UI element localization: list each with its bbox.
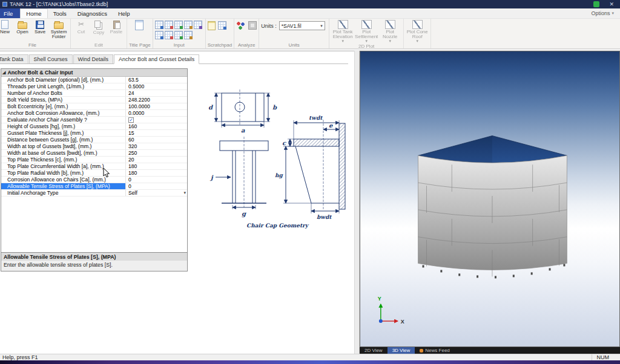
grid-row[interactable]: Corrosion Allowance on Chairs [Ca], (mm.…: [1, 177, 187, 183]
grid-row[interactable]: Anchor Bolt Diameter (optional) [d], (mm…: [1, 77, 187, 83]
grid-row[interactable]: Threads per Unit Length, (1/mm.)0.5000: [1, 83, 187, 90]
grid-row-label[interactable]: Anchor Bolt Diameter (optional) [d], (mm…: [1, 77, 126, 83]
grid-row-label[interactable]: Threads per Unit Length, (1/mm.): [1, 83, 126, 89]
cut-button[interactable]: ✂ Cut: [73, 19, 90, 35]
save-button[interactable]: Save: [31, 19, 48, 35]
grid-row-label[interactable]: Evaluate Anchor Chair Assembly ?: [1, 117, 126, 123]
dropdown-arrow-icon[interactable]: ▾: [183, 190, 186, 196]
grid-row[interactable]: Anchor Bolt Corrosion Allowance, (mm.)0.…: [1, 110, 187, 117]
options-button[interactable]: Options ▾: [591, 8, 620, 18]
grid-row[interactable]: Evaluate Anchor Chair Assembly ?✓: [1, 117, 187, 123]
tab-3d-view[interactable]: 3D View: [388, 347, 415, 354]
grid-row[interactable]: Top Plate Radial Width [b], (mm.)180: [1, 170, 187, 177]
input-tool-icon[interactable]: [184, 31, 193, 39]
ribbon-group-title-page: Title Page: [127, 19, 153, 48]
grid-row[interactable]: Distance between Gussets [g], (mm.)60: [1, 137, 187, 143]
panel-splitter[interactable]: [354, 51, 360, 354]
grid-row-value[interactable]: ✓: [126, 117, 187, 123]
axis-y-label: Y: [378, 296, 381, 302]
doc-tab-shell-courses[interactable]: Shell Courses: [29, 54, 73, 63]
grid-row-value[interactable]: 60: [126, 137, 187, 143]
input-tool-icon[interactable]: [155, 21, 163, 29]
paste-button[interactable]: Paste: [108, 19, 125, 35]
grid-row-label[interactable]: Width at top of Gussets [twdt], (mm.): [1, 143, 126, 149]
tab-tools[interactable]: Tools: [48, 8, 72, 18]
grid-row[interactable]: Width at base of Gussets [bwdt], (mm.)25…: [1, 150, 187, 157]
grid-row-label[interactable]: Bolt Eccentricity [e], (mm.): [1, 103, 126, 109]
grid-row[interactable]: Top Plate Circumferential Width [a], (mm…: [1, 163, 187, 170]
tab-diagnostics[interactable]: Diagnostics: [72, 8, 113, 18]
grid-row[interactable]: Allowable Tensile Stress of Plates [S], …: [1, 183, 187, 190]
grid-row-value[interactable]: 15: [126, 130, 187, 136]
grid-row-value[interactable]: 0: [126, 177, 187, 183]
input-tool-icon[interactable]: [184, 21, 193, 29]
close-icon[interactable]: ✕: [605, 1, 618, 7]
doc-tab-tank-data[interactable]: Tank Data: [0, 54, 28, 63]
input-tool-icon[interactable]: [165, 21, 173, 29]
analyze-settings-icon[interactable]: [248, 21, 257, 30]
grid-row-value[interactable]: 160: [126, 123, 187, 129]
grid-row-label[interactable]: Initial Anchorage Type: [1, 190, 126, 196]
scratchpad-grid-icon[interactable]: [218, 21, 226, 30]
grid-row-label[interactable]: Bolt Yield Stress, (MPA): [1, 97, 126, 103]
plot-tank-elevation-button[interactable]: Plot Tank Elevation ▾: [331, 19, 354, 44]
grid-row[interactable]: Width at top of Gussets [twdt], (mm.)320: [1, 143, 187, 150]
new-button[interactable]: New: [0, 19, 13, 35]
tab-news-feed[interactable]: News Feed: [415, 347, 454, 354]
grid-header[interactable]: ◢ Anchor Bolt & Chair Input: [1, 69, 187, 77]
grid-row-value[interactable]: 250: [126, 150, 187, 156]
grid-row-value[interactable]: 0.0000: [126, 110, 187, 116]
grid-row-label[interactable]: Allowable Tensile Stress of Plates [S], …: [1, 183, 126, 189]
grid-row[interactable]: Gusset Plate Thickness [j], (mm.)15: [1, 130, 187, 137]
units-select[interactable]: *SAV1.fil ▾: [279, 21, 325, 30]
tab-2d-view[interactable]: 2D View: [360, 347, 388, 354]
input-tool-icon[interactable]: [155, 31, 163, 39]
ribbon-group-file: New Open Save System Folder File: [0, 19, 71, 48]
grid-row[interactable]: Bolt Yield Stress, (MPA)248.2200: [1, 97, 187, 103]
grid-row[interactable]: Bolt Eccentricity [e], (mm.)100.0000: [1, 103, 187, 110]
doc-tab-wind-details[interactable]: Wind Details: [73, 54, 114, 63]
grid-row[interactable]: Initial Anchorage TypeSelf▾: [1, 190, 187, 197]
input-tool-icon[interactable]: [174, 21, 183, 29]
grid-row-label[interactable]: Distance between Gussets [g], (mm.): [1, 137, 126, 143]
input-tool-icon[interactable]: [165, 31, 173, 39]
tab-help[interactable]: Help: [113, 8, 136, 18]
grid-row-value[interactable]: 180: [126, 163, 187, 169]
input-tool-icon[interactable]: [174, 31, 183, 39]
grid-row-label[interactable]: Number of Anchor Bolts: [1, 90, 126, 96]
grid-row-value[interactable]: 0: [126, 183, 187, 189]
grid-row-label[interactable]: Gusset Plate Thickness [j], (mm.): [1, 130, 126, 136]
grid-row-value[interactable]: 248.2200: [126, 97, 187, 103]
open-button[interactable]: Open: [14, 19, 31, 35]
grid-row-value[interactable]: 63.5: [126, 77, 187, 83]
plot-nozzle-button[interactable]: Plot Nozzle ▾: [378, 19, 401, 44]
scratchpad-icon[interactable]: [208, 21, 216, 30]
input-tool-icon[interactable]: [194, 21, 202, 29]
grid-row-value[interactable]: 100.0000: [126, 103, 187, 109]
grid-row[interactable]: Height of Gussets [hg], (mm.)160: [1, 123, 187, 130]
grid-row[interactable]: Top Plate Thickness [c], (mm.)20: [1, 157, 187, 163]
grid-row-label[interactable]: Top Plate Thickness [c], (mm.): [1, 157, 126, 163]
grid-row-value[interactable]: 320: [126, 143, 187, 149]
viewport-3d[interactable]: Y X: [360, 51, 620, 347]
grid-row-label[interactable]: Height of Gussets [hg], (mm.): [1, 123, 126, 129]
tab-home[interactable]: Home: [20, 8, 47, 18]
grid-row[interactable]: Number of Anchor Bolts24: [1, 90, 187, 97]
plot-cone-roof-button[interactable]: Plot Cone Roof ▾: [406, 19, 429, 44]
grid-row-label[interactable]: Width at base of Gussets [bwdt], (mm.): [1, 150, 126, 156]
grid-row-value[interactable]: 0.5000: [126, 83, 187, 89]
file-menu-button[interactable]: File: [0, 8, 20, 18]
grid-row-value[interactable]: 180: [126, 170, 187, 176]
checkbox[interactable]: ✓: [128, 117, 134, 123]
copy-button[interactable]: Copy: [90, 19, 107, 36]
doc-tab-anchor-bolt[interactable]: Anchor Bolt and Gusset Details: [114, 54, 199, 64]
grid-row-label[interactable]: Anchor Bolt Corrosion Allowance, (mm.): [1, 110, 126, 116]
title-page-button[interactable]: [131, 19, 148, 31]
grid-row-value[interactable]: Self▾: [126, 190, 187, 196]
grid-row-value[interactable]: 24: [126, 90, 187, 96]
plot-settlement-button[interactable]: Plot Settlement ▾: [355, 19, 378, 44]
grid-row-value[interactable]: 20: [126, 157, 187, 163]
analyze-icon[interactable]: [236, 21, 246, 30]
system-folder-button[interactable]: System Folder: [49, 19, 68, 40]
notification-badge-icon[interactable]: [593, 1, 599, 7]
